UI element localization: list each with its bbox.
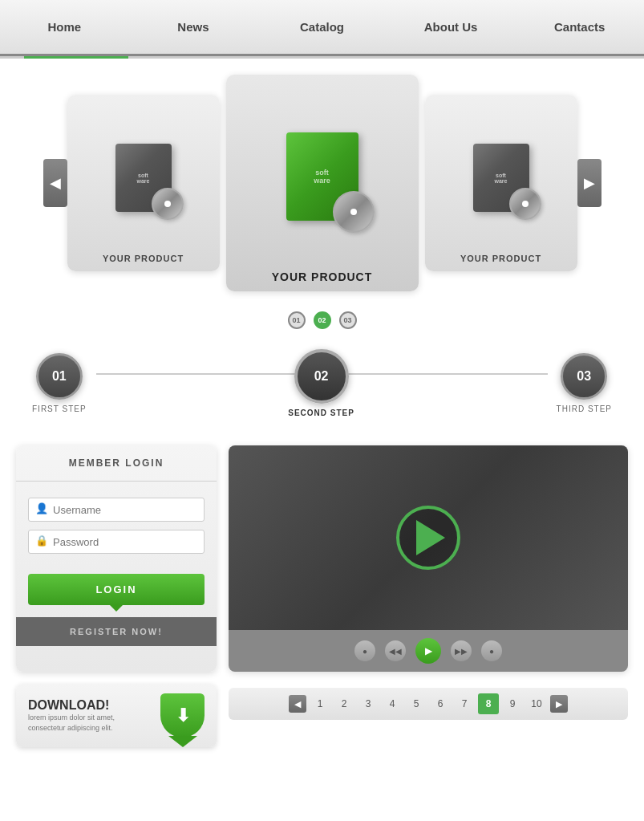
step-3-label: THIRD STEP [557,404,612,413]
carousel-dot-3[interactable]: 03 [339,311,357,329]
nav-home-label: Home [47,20,81,34]
nav-about[interactable]: About Us [387,0,516,54]
login-title: MEMBER LOGIN [16,445,217,482]
download-description: lorem ipsum dolor sit amet, consectetur … [28,713,152,733]
page-1[interactable]: 1 [310,693,330,714]
step-1-label: FIRST STEP [32,404,87,413]
steps-section: 01 FIRST STEP 02 SECOND STEP 03 THIRD ST… [0,341,644,433]
lock-icon: 🔒 [35,534,48,549]
product-carousel: ◀ software YOUR PRODUCT so [0,59,644,307]
nav-news-label: News [177,20,209,34]
product-card-right[interactable]: software YOUR PRODUCT [425,95,577,271]
product-label-center: YOUR PRODUCT [272,270,373,283]
pagination-next[interactable]: ▶ [550,695,568,713]
step-3[interactable]: 03 THIRD STEP [557,353,612,413]
page-3[interactable]: 3 [358,693,379,714]
carousel-dots: 01 02 03 [0,311,644,329]
step-1-circle: 01 [36,353,83,400]
play-icon [416,520,445,555]
register-link[interactable]: REGISTER NOW! [16,617,217,646]
download-icon-wrap[interactable]: ⬇ [160,693,205,738]
nav-catalog-label: Catalog [300,20,344,34]
page-5[interactable]: 5 [406,693,427,714]
cd-left [152,188,184,220]
nav-news[interactable]: News [129,0,258,54]
step-2-label: SECOND STEP [288,408,354,417]
carousel-dot-1[interactable]: 01 [288,311,306,329]
product-image-right: software [473,107,529,249]
main-content: MEMBER LOGIN 👤 🔒 LOGIN REGISTER NOW! ● ◀… [0,433,644,684]
carousel-prev[interactable]: ◀ [43,159,67,207]
video-screen [229,445,628,630]
step-1[interactable]: 01 FIRST STEP [32,353,87,413]
product-image-left: software [115,107,172,249]
password-input-wrap: 🔒 [28,530,205,554]
step-2-circle: 02 [294,349,349,404]
product-label-left: YOUR PRODUCT [103,254,184,263]
product-card-left[interactable]: software YOUR PRODUCT [67,95,220,271]
cd-center [333,191,375,233]
username-input-wrap: 👤 [28,498,205,522]
video-stop-button[interactable]: ● [354,640,375,661]
user-icon: 👤 [35,502,48,517]
page-4[interactable]: 4 [382,693,403,714]
pagination: ◀ 1 2 3 4 5 6 7 8 9 10 ▶ [229,688,628,720]
video-controls: ● ◀◀ ▶ ▶▶ ● [229,630,628,672]
password-input[interactable] [53,536,197,548]
carousel-next[interactable]: ▶ [577,159,601,207]
nav-home[interactable]: Home [0,0,129,54]
pagination-prev[interactable]: ◀ [289,695,306,713]
bottom-row: DOWNLOAD! lorem ipsum dolor sit amet, co… [0,684,644,763]
page-10[interactable]: 10 [526,693,547,714]
page-6[interactable]: 6 [430,693,451,714]
page-9[interactable]: 9 [502,693,523,714]
download-text: DOWNLOAD! lorem ipsum dolor sit amet, co… [28,698,152,733]
page-2[interactable]: 2 [334,693,354,714]
nav-contacts-label: Cantacts [554,20,605,34]
product-label-right: YOUR PRODUCT [460,254,541,263]
video-end-button[interactable]: ● [481,640,502,661]
page-7[interactable]: 7 [454,693,475,714]
download-arrow-icon: ⬇ [176,705,190,726]
steps-line: 01 FIRST STEP 02 SECOND STEP 03 THIRD ST… [32,349,612,417]
step-3-circle: 03 [561,353,607,400]
login-fields: 👤 🔒 [16,482,217,570]
cd-right [509,188,541,220]
product-card-center[interactable]: software YOUR PRODUCT [226,75,419,291]
login-button[interactable]: LOGIN [28,574,205,605]
video-fastforward-button[interactable]: ▶▶ [451,640,472,661]
product-image-center: software [286,87,358,266]
video-play-ctrl-button[interactable]: ▶ [415,638,441,664]
nav-contacts[interactable]: Cantacts [515,0,644,54]
nav-catalog[interactable]: Catalog [257,0,387,54]
video-play-button[interactable] [396,506,460,570]
carousel-items: software YOUR PRODUCT software [67,75,577,291]
video-rewind-button[interactable]: ◀◀ [385,640,406,661]
nav-about-label: About Us [424,20,478,34]
page-8[interactable]: 8 [478,693,499,714]
download-title: DOWNLOAD! [28,698,152,713]
download-box: DOWNLOAD! lorem ipsum dolor sit amet, co… [16,684,217,747]
step-2[interactable]: 02 SECOND STEP [288,349,354,417]
video-player: ● ◀◀ ▶ ▶▶ ● [229,445,628,672]
username-input[interactable] [53,504,197,516]
login-box: MEMBER LOGIN 👤 🔒 LOGIN REGISTER NOW! [16,445,217,672]
carousel-dot-2[interactable]: 02 [314,311,331,329]
navigation: Home News Catalog About Us Cantacts [0,0,644,56]
